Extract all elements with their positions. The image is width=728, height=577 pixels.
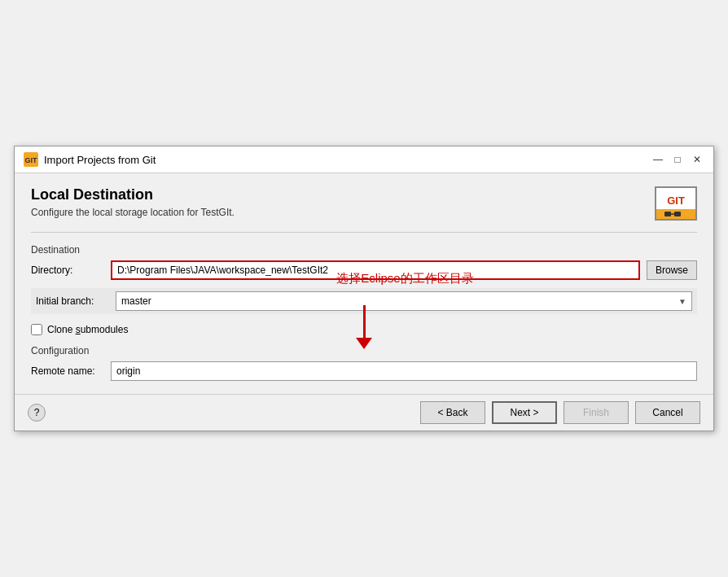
remote-name-row: Remote name: (31, 361, 697, 381)
footer-buttons: < Back Next > Finish Cancel (420, 401, 700, 424)
window-title: Import Projects from Git (44, 154, 156, 166)
import-dialog: GIT Import Projects from Git — □ ✕ Local… (14, 146, 714, 431)
git-logo-text: GIT (667, 195, 685, 213)
branch-label: Initial branch: (36, 295, 109, 307)
remote-name-label: Remote name: (31, 365, 104, 377)
title-bar-controls: — □ ✕ (650, 151, 705, 168)
svg-text:GIT: GIT (25, 156, 38, 164)
help-button[interactable]: ? (28, 404, 46, 422)
dialog-footer: ? < Back Next > Finish Cancel (15, 394, 713, 431)
next-button[interactable]: Next > (492, 401, 557, 424)
chevron-down-icon: ▼ (678, 297, 686, 306)
directory-label: Directory: (31, 264, 104, 276)
dialog-main-title: Local Destination (31, 186, 235, 203)
configuration-section: Configuration Remote name: (31, 345, 697, 381)
dialog-body: Local Destination Configure the local st… (15, 173, 713, 394)
dialog-header-left: Local Destination Configure the local st… (31, 186, 235, 218)
dialog-header: Local Destination Configure the local st… (31, 186, 697, 221)
footer-left: ? (28, 404, 46, 422)
dialog-subtitle: Configure the local storage location for… (31, 207, 235, 218)
header-separator (31, 232, 697, 233)
arrow-annotation (356, 305, 372, 349)
destination-section-label: Destination (31, 244, 697, 256)
close-button[interactable]: ✕ (689, 151, 705, 168)
git-title-icon: GIT (23, 151, 39, 168)
cancel-button[interactable]: Cancel (635, 401, 700, 424)
title-bar-left: GIT Import Projects from Git (23, 151, 156, 168)
branch-select[interactable]: master ▼ (116, 291, 692, 311)
maximize-button[interactable]: □ (669, 151, 686, 168)
arrow-shaft (363, 305, 366, 338)
clone-submodules-checkbox[interactable] (31, 324, 42, 335)
browse-button[interactable]: Browse (647, 260, 697, 280)
arrow-head (356, 338, 372, 349)
branch-value: master (121, 295, 678, 307)
git-logo: GIT (655, 186, 697, 221)
back-button[interactable]: < Back (420, 401, 485, 424)
annotation-text: 选择Eclipse的工作区目录 (336, 271, 473, 286)
title-bar: GIT Import Projects from Git — □ ✕ (15, 146, 713, 173)
remote-name-input[interactable] (111, 361, 697, 381)
finish-button[interactable]: Finish (564, 401, 629, 424)
clone-submodules-label[interactable]: Clone submodules (47, 324, 128, 335)
minimize-button[interactable]: — (650, 151, 666, 168)
